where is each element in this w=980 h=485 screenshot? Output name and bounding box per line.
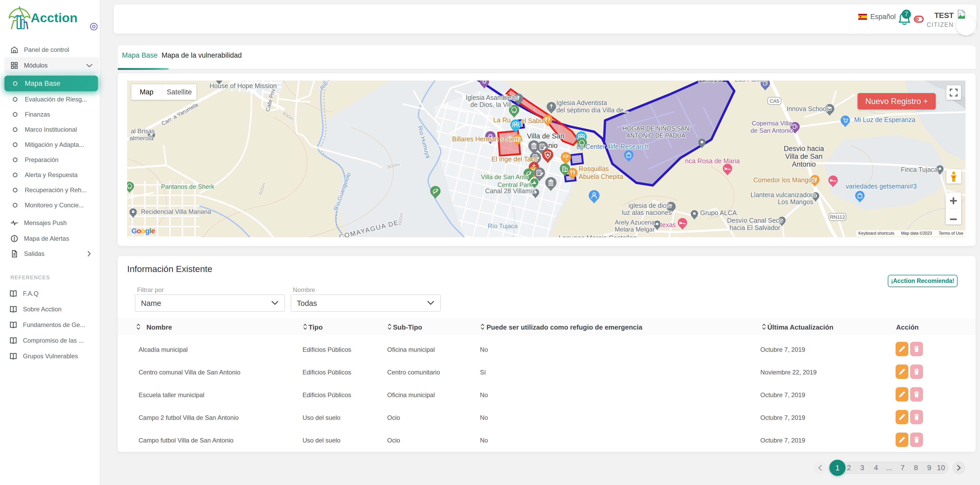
svg-text:Billares Herman s Sierra: Billares Herman s Sierra (452, 135, 523, 143)
svg-text:TEXACO: TEXACO (697, 81, 723, 83)
svg-text:Abuela Chepita: Abuela Chepita (579, 173, 623, 180)
svg-text:variedades getsemani#3: variedades getsemani#3 (846, 182, 917, 190)
svg-text:Iglesia Asambleas: Iglesia Asambleas (466, 94, 518, 101)
svg-text:House of Hope Mission: House of Hope Mission (210, 82, 277, 89)
svg-text:Rosquillas: Rosquillas (579, 165, 609, 172)
svg-text:HOGAR DE NIÑOS SAN: HOGAR DE NIÑOS SAN (622, 125, 689, 132)
svg-text:Llantera vulcanizadora: Llantera vulcanizadora (751, 191, 816, 198)
svg-text:La Ru: La Ru (493, 116, 511, 124)
svg-text:Lagunas Marcia Castellan: Lagunas Marcia Castellan (558, 234, 637, 237)
svg-text:el Sabor: el Sabor (521, 117, 546, 124)
svg-text:luz alas naciones: luz alas naciones (622, 209, 672, 216)
svg-text:Lp Center 4life Research: Lp Center 4life Research (576, 143, 649, 150)
svg-text:ANTONIO DE PADUA: ANTONIO DE PADUA (627, 132, 686, 139)
svg-text:Arely Azucena: Arely Azucena (615, 219, 655, 226)
svg-text:Recidencial Villa Mariana: Recidencial Villa Mariana (141, 208, 211, 215)
svg-text:iglesia de dios: iglesia de dios (628, 202, 670, 209)
svg-text:RN112: RN112 (830, 214, 845, 220)
svg-text:Melara Melgar: Melara Melgar (615, 226, 655, 233)
svg-text:del séptimo día Villa de...: del séptimo día Villa de... (556, 106, 629, 114)
svg-text:nca Rosa de Maria: nca Rosa de Maria (685, 157, 740, 164)
svg-text:Iglesia Adventista: Iglesia Adventista (556, 99, 607, 106)
svg-text:Canal 28 Villamix: Canal 28 Villamix (485, 187, 536, 195)
svg-text:hacia El Salvador: hacia El Salvador (730, 224, 780, 231)
svg-text:Finca Tujaca: Finca Tujaca (901, 166, 938, 173)
svg-text:de Dios, la Vill: de Dios, la Vill (470, 101, 512, 108)
svg-text:Grupo ALCA: Grupo ALCA (700, 209, 737, 217)
svg-text:al Brisas: al Brisas (131, 128, 155, 134)
svg-text:Copemsa Villa: Copemsa Villa (752, 120, 792, 127)
svg-text:almerola: almerola (129, 134, 154, 142)
svg-text:Los Palillos: Los Palillos (735, 81, 768, 83)
svg-text:Río Tujaca: Río Tujaca (488, 222, 518, 230)
svg-text:nio: nio (548, 142, 558, 149)
svg-text:Villa de San: Villa de San (785, 153, 822, 160)
svg-text:El Inge del Taco: El Inge del Taco (492, 155, 538, 163)
svg-text:Pantanos de Sherk: Pantanos de Sherk (161, 183, 215, 190)
svg-text:Antonio: Antonio (792, 160, 816, 168)
svg-text:Villa de San: Villa de San (527, 132, 565, 140)
svg-text:texas: texas (660, 221, 676, 228)
svg-text:Comedor los Mangos: Comedor los Mangos (753, 176, 815, 183)
svg-text:Desvio hacia: Desvio hacia (784, 145, 824, 153)
svg-text:CA5: CA5 (770, 98, 780, 104)
svg-text:Innova School: Innova School (787, 105, 828, 112)
svg-text:Desvío Canal Seco: Desvío Canal Seco (727, 217, 783, 224)
svg-text:Los Mangos: Los Mangos (778, 198, 813, 206)
svg-text:Villa de San Anto: Villa de San Anto (481, 173, 528, 180)
svg-text:de San Antonio: de San Antonio (751, 127, 793, 134)
svg-text:Mi Luz de Esperanza: Mi Luz de Esperanza (854, 116, 915, 123)
